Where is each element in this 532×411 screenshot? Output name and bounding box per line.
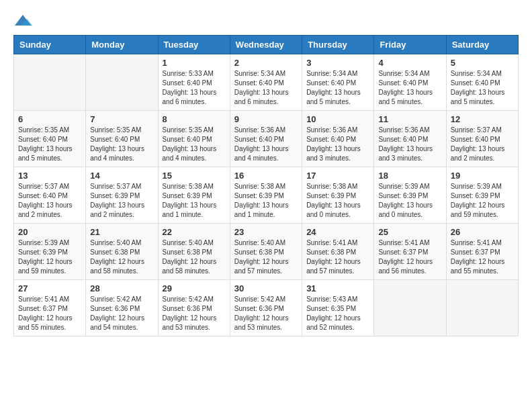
- day-info: Sunrise: 5:34 AMSunset: 6:40 PMDaylight:…: [378, 69, 441, 107]
- page-header: [13, 13, 519, 28]
- day-number: 1: [163, 58, 226, 68]
- calendar-day-cell: 17Sunrise: 5:38 AMSunset: 6:39 PMDayligh…: [302, 167, 374, 224]
- calendar-day-cell: [446, 280, 518, 336]
- day-info: Sunrise: 5:40 AMSunset: 6:38 PMDaylight:…: [90, 238, 153, 276]
- calendar-day-cell: 11Sunrise: 5:36 AMSunset: 6:40 PMDayligh…: [374, 111, 446, 167]
- calendar-day-cell: 3Sunrise: 5:34 AMSunset: 6:40 PMDaylight…: [302, 54, 374, 111]
- day-info: Sunrise: 5:35 AMSunset: 6:40 PMDaylight:…: [18, 126, 81, 163]
- day-number: 14: [90, 171, 153, 181]
- day-number: 25: [378, 227, 441, 237]
- weekday-header: Wednesday: [230, 36, 302, 54]
- day-number: 21: [90, 227, 153, 237]
- day-number: 13: [18, 171, 81, 181]
- calendar-day-cell: 7Sunrise: 5:35 AMSunset: 6:40 PMDaylight…: [86, 111, 158, 167]
- day-number: 28: [90, 283, 153, 293]
- calendar-day-cell: [14, 54, 86, 111]
- calendar-week-row: 27Sunrise: 5:41 AMSunset: 6:37 PMDayligh…: [14, 280, 519, 336]
- day-number: 27: [18, 283, 81, 293]
- day-number: 10: [306, 114, 369, 124]
- weekday-header: Sunday: [14, 36, 86, 54]
- day-number: 18: [378, 171, 441, 181]
- calendar-table: SundayMondayTuesdayWednesdayThursdayFrid…: [13, 35, 519, 336]
- day-number: 26: [451, 227, 514, 237]
- calendar-day-cell: 19Sunrise: 5:39 AMSunset: 6:39 PMDayligh…: [446, 167, 518, 224]
- logo: [13, 13, 35, 28]
- calendar-week-row: 13Sunrise: 5:37 AMSunset: 6:40 PMDayligh…: [14, 167, 519, 224]
- calendar-day-cell: 9Sunrise: 5:36 AMSunset: 6:40 PMDaylight…: [230, 111, 302, 167]
- day-info: Sunrise: 5:35 AMSunset: 6:40 PMDaylight:…: [90, 126, 153, 163]
- day-info: Sunrise: 5:41 AMSunset: 6:37 PMDaylight:…: [378, 238, 441, 276]
- day-info: Sunrise: 5:39 AMSunset: 6:39 PMDaylight:…: [451, 182, 514, 220]
- calendar-day-cell: 2Sunrise: 5:34 AMSunset: 6:40 PMDaylight…: [230, 54, 302, 111]
- calendar-day-cell: 22Sunrise: 5:40 AMSunset: 6:38 PMDayligh…: [158, 224, 230, 280]
- day-info: Sunrise: 5:42 AMSunset: 6:36 PMDaylight:…: [163, 295, 226, 332]
- logo-icon: [13, 13, 32, 28]
- calendar-day-cell: 16Sunrise: 5:38 AMSunset: 6:39 PMDayligh…: [230, 167, 302, 224]
- day-info: Sunrise: 5:36 AMSunset: 6:40 PMDaylight:…: [234, 126, 298, 163]
- weekday-header: Thursday: [302, 36, 374, 54]
- day-number: 3: [306, 58, 369, 68]
- day-info: Sunrise: 5:38 AMSunset: 6:39 PMDaylight:…: [306, 182, 369, 220]
- day-number: 31: [306, 283, 369, 293]
- calendar-day-cell: 14Sunrise: 5:37 AMSunset: 6:39 PMDayligh…: [86, 167, 158, 224]
- calendar-day-cell: 8Sunrise: 5:35 AMSunset: 6:40 PMDaylight…: [158, 111, 230, 167]
- day-number: 22: [163, 227, 226, 237]
- calendar-week-row: 6Sunrise: 5:35 AMSunset: 6:40 PMDaylight…: [14, 111, 519, 167]
- day-number: 2: [234, 58, 298, 68]
- day-number: 15: [163, 171, 226, 181]
- calendar-header-row: SundayMondayTuesdayWednesdayThursdayFrid…: [14, 36, 519, 54]
- day-number: 17: [306, 171, 369, 181]
- day-info: Sunrise: 5:34 AMSunset: 6:40 PMDaylight:…: [451, 69, 514, 107]
- calendar-day-cell: 24Sunrise: 5:41 AMSunset: 6:38 PMDayligh…: [302, 224, 374, 280]
- calendar-day-cell: 18Sunrise: 5:39 AMSunset: 6:39 PMDayligh…: [374, 167, 446, 224]
- day-number: 12: [451, 114, 514, 124]
- weekday-header: Saturday: [446, 36, 518, 54]
- day-info: Sunrise: 5:41 AMSunset: 6:37 PMDaylight:…: [451, 238, 514, 276]
- day-info: Sunrise: 5:34 AMSunset: 6:40 PMDaylight:…: [306, 69, 369, 107]
- day-number: 11: [378, 114, 441, 124]
- calendar-day-cell: 31Sunrise: 5:43 AMSunset: 6:35 PMDayligh…: [302, 280, 374, 336]
- day-number: 4: [378, 58, 441, 68]
- calendar-day-cell: 23Sunrise: 5:40 AMSunset: 6:38 PMDayligh…: [230, 224, 302, 280]
- calendar-day-cell: [374, 280, 446, 336]
- day-info: Sunrise: 5:37 AMSunset: 6:39 PMDaylight:…: [90, 182, 153, 220]
- day-info: Sunrise: 5:40 AMSunset: 6:38 PMDaylight:…: [163, 238, 226, 276]
- day-number: 5: [451, 58, 514, 68]
- weekday-header: Friday: [374, 36, 446, 54]
- day-number: 16: [234, 171, 298, 181]
- weekday-header: Tuesday: [158, 36, 230, 54]
- calendar-day-cell: 10Sunrise: 5:36 AMSunset: 6:40 PMDayligh…: [302, 111, 374, 167]
- day-info: Sunrise: 5:42 AMSunset: 6:36 PMDaylight:…: [90, 295, 153, 332]
- day-info: Sunrise: 5:36 AMSunset: 6:40 PMDaylight:…: [378, 126, 441, 163]
- day-number: 23: [234, 227, 298, 237]
- calendar-day-cell: 4Sunrise: 5:34 AMSunset: 6:40 PMDaylight…: [374, 54, 446, 111]
- day-info: Sunrise: 5:43 AMSunset: 6:35 PMDaylight:…: [306, 295, 369, 332]
- calendar-day-cell: 30Sunrise: 5:42 AMSunset: 6:36 PMDayligh…: [230, 280, 302, 336]
- day-info: Sunrise: 5:39 AMSunset: 6:39 PMDaylight:…: [18, 238, 81, 276]
- day-info: Sunrise: 5:33 AMSunset: 6:40 PMDaylight:…: [163, 69, 226, 107]
- day-info: Sunrise: 5:41 AMSunset: 6:38 PMDaylight:…: [306, 238, 369, 276]
- day-number: 7: [90, 114, 153, 124]
- day-number: 6: [18, 114, 81, 124]
- calendar-week-row: 20Sunrise: 5:39 AMSunset: 6:39 PMDayligh…: [14, 224, 519, 280]
- day-number: 29: [163, 283, 226, 293]
- calendar-day-cell: 12Sunrise: 5:37 AMSunset: 6:40 PMDayligh…: [446, 111, 518, 167]
- calendar-day-cell: 15Sunrise: 5:38 AMSunset: 6:39 PMDayligh…: [158, 167, 230, 224]
- calendar-day-cell: 27Sunrise: 5:41 AMSunset: 6:37 PMDayligh…: [14, 280, 86, 336]
- calendar-day-cell: 13Sunrise: 5:37 AMSunset: 6:40 PMDayligh…: [14, 167, 86, 224]
- day-info: Sunrise: 5:37 AMSunset: 6:40 PMDaylight:…: [451, 126, 514, 163]
- calendar-day-cell: 5Sunrise: 5:34 AMSunset: 6:40 PMDaylight…: [446, 54, 518, 111]
- weekday-header: Monday: [86, 36, 158, 54]
- day-number: 19: [451, 171, 514, 181]
- calendar-day-cell: 26Sunrise: 5:41 AMSunset: 6:37 PMDayligh…: [446, 224, 518, 280]
- calendar-day-cell: 1Sunrise: 5:33 AMSunset: 6:40 PMDaylight…: [158, 54, 230, 111]
- day-number: 8: [163, 114, 226, 124]
- day-info: Sunrise: 5:38 AMSunset: 6:39 PMDaylight:…: [163, 182, 226, 220]
- day-info: Sunrise: 5:37 AMSunset: 6:40 PMDaylight:…: [18, 182, 81, 220]
- calendar-day-cell: 6Sunrise: 5:35 AMSunset: 6:40 PMDaylight…: [14, 111, 86, 167]
- day-info: Sunrise: 5:41 AMSunset: 6:37 PMDaylight:…: [18, 295, 81, 332]
- day-info: Sunrise: 5:36 AMSunset: 6:40 PMDaylight:…: [306, 126, 369, 163]
- calendar-day-cell: 28Sunrise: 5:42 AMSunset: 6:36 PMDayligh…: [86, 280, 158, 336]
- calendar-day-cell: 20Sunrise: 5:39 AMSunset: 6:39 PMDayligh…: [14, 224, 86, 280]
- day-info: Sunrise: 5:35 AMSunset: 6:40 PMDaylight:…: [163, 126, 226, 163]
